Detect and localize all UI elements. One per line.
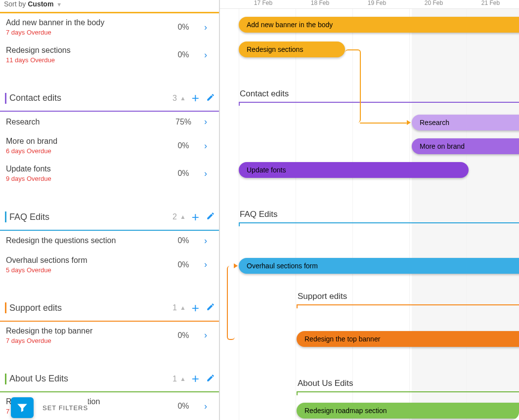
gantt-area[interactable]: Add new banner in the body Redesign sect… xyxy=(220,9,519,420)
task-name: Research xyxy=(6,118,169,126)
task-overdue: 5 days Overdue xyxy=(6,266,169,274)
arrow-icon xyxy=(407,120,411,125)
date-header: 17 Feb 18 Feb 19 Feb 20 Feb 21 Feb xyxy=(220,0,519,9)
chevron-right-icon[interactable]: › xyxy=(198,117,213,127)
task-row[interactable]: Redesign sections 11 days Overdue 0% › xyxy=(0,41,219,69)
group-accent xyxy=(5,302,6,313)
dependency-line xyxy=(345,49,361,123)
group-count: 1 xyxy=(173,375,177,383)
group-contact: Contact edits 3 ▲ + Research 75% › More … xyxy=(0,85,219,187)
add-task-button[interactable]: + xyxy=(192,300,199,316)
group-header: FAQ Edits 2 ▲ + xyxy=(0,205,219,230)
gantt-bar[interactable]: More on brand xyxy=(412,138,519,154)
dependency-line xyxy=(227,266,235,340)
filter-icon xyxy=(11,397,34,418)
group-title: FAQ Edits xyxy=(9,212,173,222)
gantt-rows: Add new banner in the body Redesign sect… xyxy=(220,9,519,420)
gantt-bar[interactable]: Research xyxy=(412,115,519,130)
group-header: Support edits 1 ▲ + xyxy=(0,295,219,321)
task-overdue: 11 days Overdue xyxy=(6,56,169,64)
task-row[interactable]: More on brand 6 days Overdue 0% › xyxy=(0,132,219,160)
chevron-right-icon[interactable]: › xyxy=(198,259,213,270)
pencil-icon[interactable] xyxy=(206,302,215,313)
gantt-bar[interactable]: Redesign the top banner xyxy=(297,331,519,347)
task-row[interactable]: Redesign the top banner 7 days Overdue 0… xyxy=(0,322,219,349)
group-support: Support edits 1 ▲ + Redesign the top ban… xyxy=(0,295,219,349)
task-percent: 0% xyxy=(169,169,198,178)
group-title: Support edits xyxy=(9,303,173,313)
gantt-bar[interactable]: Redesign sections xyxy=(239,42,345,57)
task-name: Add new banner in the body xyxy=(6,18,169,27)
group-count: 2 xyxy=(173,212,177,221)
task-percent: 0% xyxy=(169,236,198,245)
group-title: Contact edits xyxy=(9,93,173,103)
gantt-group-title: About Us Edits xyxy=(298,378,353,388)
collapse-icon[interactable]: ▲ xyxy=(180,376,186,382)
collapse-icon[interactable]: ▲ xyxy=(180,95,186,102)
task-percent: 0% xyxy=(169,23,198,32)
task-row[interactable]: Research 75% › xyxy=(0,112,219,132)
task-name: Redesign the top banner xyxy=(6,327,169,336)
chevron-right-icon[interactable]: › xyxy=(198,50,213,60)
pencil-icon[interactable] xyxy=(206,211,215,222)
gantt-panel: 17 Feb 18 Feb 19 Feb 20 Feb 21 Feb Add n… xyxy=(220,0,519,420)
gantt-group-title: FAQ Edits xyxy=(240,210,278,219)
task-name: Redesign sections xyxy=(6,46,169,55)
task-percent: 0% xyxy=(169,141,198,150)
gantt-bar[interactable]: Update fonts xyxy=(239,162,469,178)
sort-by-label: Sort by xyxy=(4,0,26,8)
set-filters-button[interactable]: SET FILTERS xyxy=(11,397,88,418)
group-top: Add new banner in the body 7 days Overdu… xyxy=(0,12,219,69)
gantt-group-title: Contact edits xyxy=(240,89,289,99)
task-row[interactable]: Redesign the questions section 0% › xyxy=(0,231,219,251)
chevron-right-icon[interactable]: › xyxy=(198,330,213,340)
task-row[interactable]: Update fonts 9 days Overdue 0% › xyxy=(0,160,219,187)
task-percent: 75% xyxy=(169,118,198,126)
chevron-right-icon[interactable]: › xyxy=(198,141,213,151)
chevron-right-icon[interactable]: › xyxy=(198,401,213,412)
task-overdue: 7 days Overdue xyxy=(6,337,169,344)
task-row[interactable]: Add new banner in the body 7 days Overdu… xyxy=(0,13,219,41)
group-accent xyxy=(5,211,6,222)
group-header: Contact edits 3 ▲ + xyxy=(0,85,219,111)
collapse-icon[interactable]: ▲ xyxy=(180,304,186,311)
group-faq: FAQ Edits 2 ▲ + Redesign the questions s… xyxy=(0,205,219,279)
date-cell: 18 Feb xyxy=(292,0,348,8)
group-accent xyxy=(5,93,6,104)
task-percent: 0% xyxy=(169,260,198,269)
chevron-right-icon[interactable]: › xyxy=(198,22,213,33)
group-accent xyxy=(5,374,6,384)
dependency-line xyxy=(360,123,407,124)
chevron-right-icon[interactable]: › xyxy=(198,168,213,179)
collapse-icon[interactable]: ▲ xyxy=(180,213,186,220)
group-count: 1 xyxy=(173,303,177,312)
task-list-panel: Sort by Custom ▼ Add new banner in the b… xyxy=(0,0,220,420)
add-task-button[interactable]: + xyxy=(192,371,199,386)
task-overdue: 7 days Overdue xyxy=(6,29,169,36)
chevron-right-icon[interactable]: › xyxy=(198,236,213,246)
pencil-icon[interactable] xyxy=(206,374,215,384)
gantt-bar[interactable]: Redesign roadmap section xyxy=(297,403,519,419)
task-row[interactable]: Overhaul sections form 5 days Overdue 0%… xyxy=(0,251,219,279)
task-percent: 0% xyxy=(169,402,198,411)
task-overdue: 6 days Overdue xyxy=(6,147,169,155)
gantt-bar[interactable]: Add new banner in the body xyxy=(239,17,519,33)
group-title: About Us Edits xyxy=(9,374,173,384)
task-name: Overhaul sections form xyxy=(6,256,169,265)
add-task-button[interactable]: + xyxy=(192,210,199,225)
task-name: Update fonts xyxy=(6,165,169,173)
gantt-group-line xyxy=(239,222,519,223)
add-task-button[interactable]: + xyxy=(192,90,199,106)
date-cell: 20 Feb xyxy=(405,0,462,8)
sort-by-value: Custom xyxy=(28,0,53,8)
chevron-down-icon: ▼ xyxy=(56,1,62,7)
task-name: Redesign the questions section xyxy=(6,236,169,245)
pencil-icon[interactable] xyxy=(206,93,215,104)
gantt-group-title: Support edits xyxy=(298,292,347,301)
sort-by-control[interactable]: Sort by Custom ▼ xyxy=(0,0,219,12)
task-name: More on brand xyxy=(6,137,169,146)
task-overdue: 9 days Overdue xyxy=(6,175,169,182)
date-cell: 21 Feb xyxy=(462,0,519,8)
task-percent: 0% xyxy=(169,50,198,59)
gantt-bar[interactable]: Overhaul sections form xyxy=(239,258,519,274)
